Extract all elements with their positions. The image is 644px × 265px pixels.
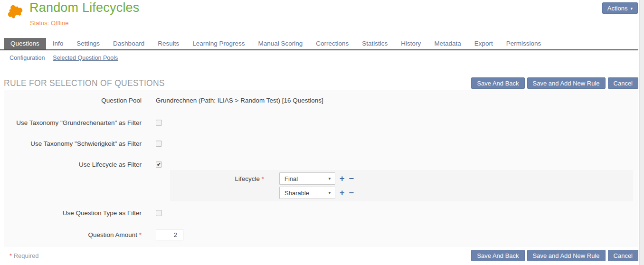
required-note-text: Required	[14, 252, 39, 259]
tab-statistics[interactable]: Statistics	[355, 38, 394, 49]
scrollbar[interactable]	[639, 0, 644, 265]
actions-button-label: Actions	[607, 5, 628, 12]
subtab-configuration[interactable]: Configuration	[9, 55, 45, 66]
page-title: Random Lifecycles	[29, 0, 140, 15]
actions-button[interactable]: Actions ▾	[602, 2, 638, 14]
header: Random Lifecycles Status: Offline Action…	[0, 0, 638, 38]
question-amount-row: Question Amount *	[4, 229, 638, 240]
remove-lifecycle-button[interactable]: −	[349, 174, 354, 183]
bottom-button-group: Save And Back Save and Add New Rule Canc…	[469, 250, 638, 261]
tab-export[interactable]: Export	[468, 38, 500, 49]
tab-results[interactable]: Results	[151, 38, 186, 49]
lifecycle-select-1-value: Final	[284, 175, 298, 182]
tab-permissions[interactable]: Permissions	[500, 38, 548, 49]
form-footer: * Required Save And Back Save and Add Ne…	[0, 250, 638, 261]
lifecycle-select-1[interactable]: Final ▼	[279, 172, 335, 185]
question-pool-value: Grundrechnen (Path: ILIAS > Random Test)…	[156, 97, 323, 104]
page-content: Random Lifecycles Status: Offline Action…	[0, 0, 638, 261]
use-lifecycle-checkbox[interactable]: ✔	[156, 161, 162, 168]
question-amount-input[interactable]	[156, 229, 183, 240]
checkmark-icon: ✔	[157, 162, 161, 167]
tab-manual-scoring[interactable]: Manual Scoring	[252, 38, 310, 49]
form-header: RULE FOR SELECTION OF QUESTIONS Save And…	[0, 76, 638, 90]
taxonomy-schwierigkeit-row: Use Taxonomy "Schwierigkeit" as Filter	[4, 140, 638, 148]
status-text: Status: Offline	[30, 19, 68, 27]
required-note: * Required	[9, 252, 38, 259]
tab-metadata[interactable]: Metadata	[427, 38, 467, 49]
taxonomy-schwierigkeit-label: Use Taxonomy "Schwierigkeit" as Filter	[4, 140, 156, 147]
use-question-type-row: Use Question Type as Filter	[4, 209, 638, 217]
required-marker: *	[139, 231, 142, 238]
form-title: RULE FOR SELECTION OF QUESTIONS	[4, 78, 165, 88]
taxonomy-grundrechenarten-label: Use Taxonomy "Grundrechenarten" as Filte…	[4, 119, 156, 126]
use-lifecycle-label: Use Lifecycle as Filter	[4, 161, 156, 168]
tab-questions[interactable]: Questions	[4, 38, 46, 49]
taxonomy-grundrechenarten-row: Use Taxonomy "Grundrechenarten" as Filte…	[4, 119, 638, 127]
lifecycle-select-2-value: Sharable	[284, 189, 309, 197]
lifecycle-select-row-2: Sharable ▼ + −	[170, 187, 633, 199]
save-and-add-new-rule-button[interactable]: Save and Add New Rule	[527, 77, 606, 89]
select-caret-icon: ▼	[328, 191, 331, 195]
top-button-group: Save And Back Save and Add New Rule Canc…	[469, 77, 638, 89]
use-question-type-checkbox[interactable]	[156, 210, 162, 216]
tab-dashboard[interactable]: Dashboard	[106, 38, 151, 49]
puzzle-icon	[6, 3, 25, 22]
subtab-selected-question-pools[interactable]: Selected Question Pools	[53, 55, 118, 66]
lifecycle-label-text: Lifecycle	[235, 175, 260, 182]
caret-down-icon: ▾	[630, 6, 633, 11]
add-lifecycle-button[interactable]: +	[340, 189, 345, 197]
taxonomy-grundrechenarten-checkbox[interactable]	[156, 120, 162, 126]
tab-history[interactable]: History	[394, 38, 427, 49]
lifecycle-select-2[interactable]: Sharable ▼	[279, 187, 335, 199]
tab-corrections[interactable]: Corrections	[309, 38, 355, 49]
lifecycle-select-row-1: Lifecycle * Final ▼ + −	[170, 172, 633, 185]
save-and-back-button[interactable]: Save And Back	[471, 77, 524, 89]
remove-lifecycle-button[interactable]: −	[349, 189, 354, 197]
cancel-button[interactable]: Cancel	[608, 250, 638, 261]
required-marker: *	[262, 175, 264, 182]
tab-settings[interactable]: Settings	[70, 38, 106, 49]
tab-bar: Questions Info Settings Dashboard Result…	[0, 38, 638, 50]
question-pool-row: Question Pool Grundrechnen (Path: ILIAS …	[4, 96, 638, 104]
tab-learning-progress[interactable]: Learning Progress	[186, 38, 251, 49]
question-amount-label: Question Amount *	[4, 231, 156, 238]
subtab-bar: Configuration Selected Question Pools	[0, 50, 638, 66]
lifecycle-subform: Lifecycle * Final ▼ + − Sharable ▼ + −	[170, 170, 633, 201]
question-pool-label: Question Pool	[4, 97, 156, 104]
taxonomy-schwierigkeit-checkbox[interactable]	[156, 141, 162, 147]
cancel-button[interactable]: Cancel	[608, 77, 638, 89]
add-lifecycle-button[interactable]: +	[340, 174, 345, 183]
use-lifecycle-row: Use Lifecycle as Filter ✔	[4, 161, 638, 169]
tab-info[interactable]: Info	[46, 38, 70, 49]
form-panel: Question Pool Grundrechnen (Path: ILIAS …	[4, 90, 638, 247]
save-and-add-new-rule-button[interactable]: Save and Add New Rule	[527, 250, 606, 261]
select-caret-icon: ▼	[328, 177, 331, 181]
save-and-back-button[interactable]: Save And Back	[471, 250, 524, 261]
lifecycle-label: Lifecycle *	[170, 175, 279, 182]
question-amount-label-text: Question Amount	[88, 231, 137, 238]
use-question-type-label: Use Question Type as Filter	[4, 209, 156, 217]
required-asterisk: *	[9, 252, 12, 259]
